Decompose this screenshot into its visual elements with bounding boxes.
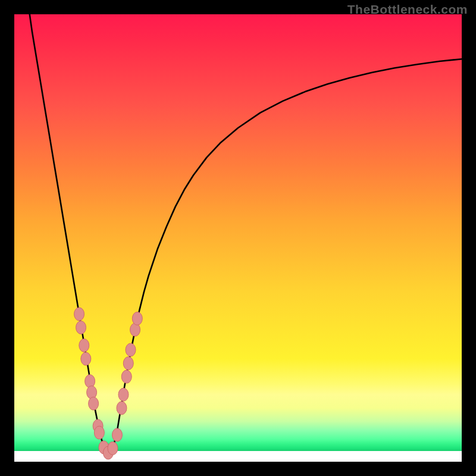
curve-layer [14,14,462,462]
bead-bot-1 [99,441,109,454]
bead-bot-2 [103,446,113,459]
watermark-text: TheBottleneck.com [347,2,468,17]
bead-left-3 [79,339,89,352]
bead-bot-4 [112,428,122,441]
bead-left-2 [76,321,86,334]
bead-left-4 [81,352,91,365]
bottleneck-curve [28,14,462,453]
bead-left-8 [93,419,103,433]
bead-right-6 [130,323,140,336]
bead-right-2 [118,388,129,401]
bead-left-5 [85,375,95,388]
bead-right-3 [121,370,131,383]
outer-frame: TheBottleneck.com [0,0,476,476]
bead-left-6 [87,386,97,399]
bead-right-4 [123,357,133,370]
bead-left-1 [74,308,84,321]
bead-right-1 [117,402,127,415]
bead-left-9 [94,426,104,439]
bead-right-7 [132,312,142,325]
plot-area [14,14,462,462]
bead-left-7 [89,397,99,410]
bead-right-5 [126,343,136,356]
bead-markers [74,308,143,459]
bead-bot-3 [108,441,118,455]
